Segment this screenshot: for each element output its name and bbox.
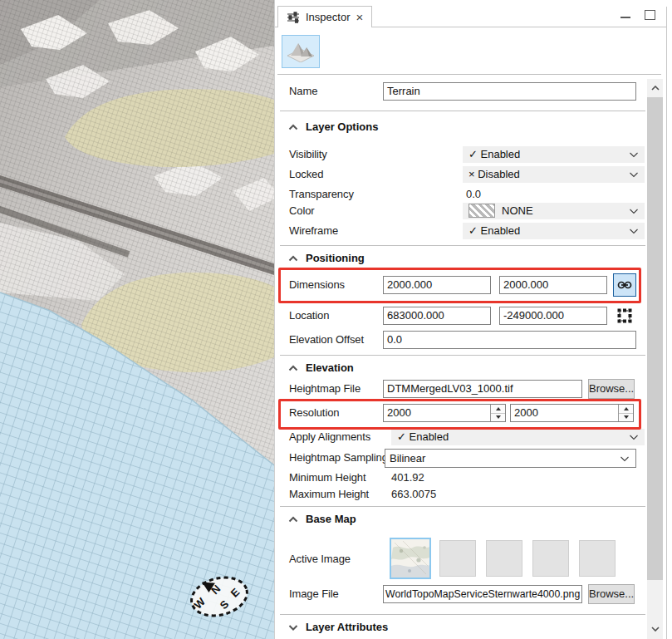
scroll-up-icon[interactable] — [647, 79, 663, 97]
row-wireframe: Wireframe ✓ Enabled — [275, 222, 666, 240]
locked-dropdown[interactable]: × Disabled — [463, 166, 645, 183]
dimensions-y-input[interactable]: 2000.000 — [499, 276, 607, 294]
image-file-input[interactable]: WorldTopoMapServiceSternwarte4000.png — [383, 585, 582, 603]
row-visibility: Visibility ✓ Enabled — [275, 145, 666, 164]
inspector-panel: Inspector × Name Terrain Layer Options V… — [274, 0, 672, 639]
row-elevation-offset: Elevation Offset 0.0 — [275, 331, 666, 349]
separator — [280, 506, 645, 507]
heightmap-file-input[interactable]: DTMMergedLV03_1000.tif — [383, 380, 582, 398]
image-thumbnail-empty[interactable] — [486, 540, 522, 577]
section-title: Elevation — [306, 361, 354, 376]
section-elevation[interactable]: Elevation — [275, 361, 666, 376]
transparency-value[interactable]: 0.0 — [466, 185, 481, 204]
spin-up-icon[interactable] — [491, 405, 505, 413]
resolution-y-value: 2000 — [514, 406, 538, 419]
tab-label: Inspector — [306, 11, 350, 23]
section-base-map[interactable]: Base Map — [275, 512, 666, 527]
tab-close-icon[interactable]: × — [356, 12, 363, 23]
maximum-height-label: Maximum Height — [289, 487, 369, 502]
panel-scrollbar[interactable] — [647, 79, 663, 639]
row-apply-alignments: Apply Alignments ✓ Enabled — [275, 428, 666, 446]
image-file-label: Image File — [289, 585, 339, 603]
image-thumbnail-empty[interactable] — [439, 540, 476, 577]
chevron-down-icon — [629, 152, 639, 158]
tab-inspector[interactable]: Inspector × — [277, 6, 372, 27]
spin-down-icon[interactable] — [619, 413, 633, 422]
active-image-label: Active Image — [289, 550, 351, 568]
section-title: Positioning — [306, 251, 365, 266]
terrain-3d-viewport[interactable]: N E S W — [0, 0, 274, 639]
active-image-thumbnail-selected[interactable] — [390, 538, 431, 579]
minimum-height-value: 401.92 — [391, 470, 424, 485]
section-positioning[interactable]: Positioning — [275, 251, 666, 266]
image-thumbnail-empty[interactable] — [579, 540, 616, 577]
minimize-icon[interactable] — [620, 17, 630, 18]
spinner-buttons[interactable] — [618, 405, 633, 421]
location-x-input[interactable]: 683000.000 — [383, 307, 491, 325]
chevron-down-icon — [629, 172, 639, 178]
resolution-x-spinner[interactable]: 2000 — [383, 404, 506, 422]
terrain-scene: N E S W — [0, 0, 274, 639]
location-label: Location — [289, 307, 329, 325]
spinner-buttons[interactable] — [490, 405, 505, 421]
image-thumbnail-empty[interactable] — [532, 540, 569, 577]
topo-map-thumbnail — [391, 539, 429, 578]
chevron-down-icon — [620, 456, 630, 462]
elevation-offset-label: Elevation Offset — [289, 331, 364, 349]
apply-alignments-dropdown[interactable]: ✓ Enabled — [391, 429, 645, 445]
chevron-down-icon — [629, 209, 639, 214]
wireframe-dropdown[interactable]: ✓ Enabled — [463, 223, 645, 239]
chevron-up-icon — [288, 365, 298, 371]
heightmap-sampling-label: Heightmap Sampling — [289, 449, 388, 467]
visibility-label: Visibility — [289, 145, 327, 164]
color-label: Color — [289, 202, 315, 220]
row-dimensions: Dimensions 2000.000 2000.000 — [275, 276, 666, 294]
terrain-icon — [286, 41, 316, 62]
row-resolution: Resolution 2000 2000 — [275, 404, 666, 422]
sliders-icon — [287, 12, 300, 23]
chevron-down-icon — [629, 229, 639, 234]
row-minimum-height: Minimum Height 401.92 — [275, 470, 666, 485]
section-layer-options[interactable]: Layer Options — [275, 120, 666, 135]
separator — [280, 245, 645, 246]
section-title: Base Map — [306, 512, 356, 527]
layer-type-button[interactable] — [282, 35, 320, 68]
color-dropdown[interactable]: NONE — [463, 203, 645, 219]
row-location: Location 683000.000 -249000.000 — [275, 307, 666, 325]
section-title: Layer Options — [306, 120, 378, 135]
chevron-down-icon — [629, 435, 639, 440]
heightmap-sampling-value: Bilinear — [390, 452, 425, 465]
row-name: Name Terrain — [275, 82, 666, 101]
chevron-up-icon — [288, 255, 298, 262]
row-active-image: Active Image — [275, 538, 666, 581]
separator — [277, 74, 661, 75]
image-browse-button[interactable]: Browse... — [588, 584, 635, 604]
locked-label: Locked — [289, 165, 323, 184]
resolution-label: Resolution — [289, 404, 339, 422]
row-maximum-height: Maximum Height 663.0075 — [275, 487, 666, 502]
locked-value: × Disabled — [468, 168, 520, 180]
spin-down-icon[interactable] — [491, 413, 505, 422]
pick-location-button[interactable] — [615, 306, 635, 326]
selection-grid-icon — [616, 307, 634, 325]
section-layer-attributes[interactable]: Layer Attributes — [275, 620, 666, 635]
resolution-y-spinner[interactable]: 2000 — [510, 404, 634, 422]
scroll-down-icon[interactable] — [647, 619, 663, 639]
maximize-icon[interactable] — [645, 10, 655, 20]
dimensions-x-input[interactable]: 2000.000 — [383, 276, 491, 294]
elevation-offset-input[interactable]: 0.0 — [383, 331, 636, 349]
transparency-label: Transparency — [289, 185, 354, 204]
color-swatch-none — [468, 204, 495, 218]
heightmap-browse-button[interactable]: Browse... — [588, 379, 635, 399]
visibility-dropdown[interactable]: ✓ Enabled — [463, 146, 645, 163]
name-input[interactable]: Terrain — [383, 82, 636, 101]
heightmap-sampling-combobox[interactable]: Bilinear — [385, 449, 636, 468]
location-y-input[interactable]: -249000.000 — [499, 307, 607, 325]
spin-up-icon[interactable] — [619, 405, 633, 413]
visibility-value: ✓ Enabled — [468, 148, 520, 160]
separator — [280, 614, 645, 615]
minimum-height-label: Minimum Height — [289, 470, 366, 485]
link-dimensions-button[interactable] — [613, 273, 636, 297]
wireframe-label: Wireframe — [289, 222, 338, 240]
scrollbar-thumb[interactable] — [647, 97, 663, 580]
